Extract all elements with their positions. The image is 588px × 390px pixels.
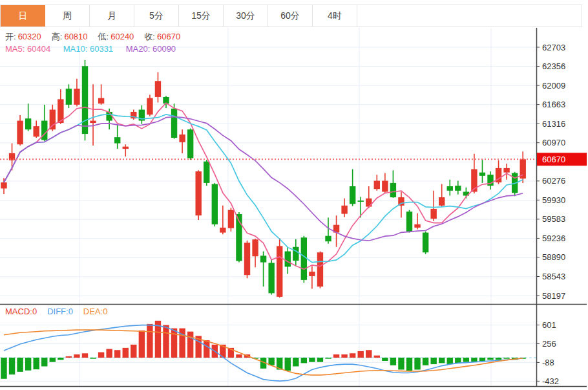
- tab-30分[interactable]: 30分: [224, 5, 268, 27]
- ohlc-legend: 开:60320高:60810低:60240收:60670: [5, 31, 191, 43]
- price-axis-label: 61663: [542, 100, 565, 109]
- candle-body: [301, 237, 307, 280]
- candle-body: [98, 98, 104, 104]
- candle-body: [414, 224, 420, 228]
- candle-body: [309, 272, 315, 276]
- candle-body: [447, 186, 453, 191]
- macd-legend: MACD:0DIFF:0DEA:0: [5, 307, 118, 316]
- macd-axis-label: 601: [542, 320, 556, 330]
- macd-bar: [131, 345, 136, 358]
- candle-body: [244, 243, 250, 275]
- macd-bar: [204, 340, 209, 358]
- macd-label: MACD:: [5, 307, 32, 316]
- candle-body: [341, 206, 347, 214]
- candle-body: [325, 236, 331, 242]
- macd-bar: [74, 354, 79, 358]
- macd-bar: [58, 358, 63, 360]
- ma5-value: 60404: [27, 44, 50, 54]
- ma20-value: 60090: [152, 44, 176, 54]
- candle-body: [66, 89, 72, 105]
- macd-bar: [82, 353, 88, 358]
- candle-body: [277, 246, 282, 296]
- candle-body: [1, 182, 6, 188]
- macd-bar: [439, 358, 445, 363]
- tab-bar: 日周月5分15分30分60分4时: [0, 5, 582, 27]
- candle-body: [155, 81, 161, 97]
- macd-bar: [9, 358, 15, 374]
- open-value: 60320: [18, 32, 41, 41]
- candle-body: [252, 239, 258, 256]
- macd-bar: [463, 358, 469, 362]
- tab-月[interactable]: 月: [90, 5, 134, 27]
- macd-bar: [301, 358, 307, 363]
- macd-bar: [503, 358, 509, 359]
- current-price-label: 60670: [542, 155, 565, 164]
- macd-bar: [25, 358, 31, 371]
- price-axis-label: 62356: [542, 61, 565, 71]
- macd-bar: [479, 358, 485, 361]
- tab-日[interactable]: 日: [1, 5, 45, 27]
- tab-15分[interactable]: 15分: [179, 5, 224, 27]
- macd-bar: [50, 358, 56, 362]
- macd-bar: [423, 358, 428, 365]
- macd-bar: [41, 358, 47, 366]
- macd-bar: [382, 358, 388, 361]
- diff-value: 0: [68, 307, 73, 316]
- candle-body: [285, 252, 291, 267]
- candle-body: [317, 252, 323, 287]
- dea-label: DEA:: [83, 307, 103, 316]
- candle-body: [212, 184, 218, 224]
- candle-body: [390, 183, 396, 197]
- tab-4时[interactable]: 4时: [313, 5, 357, 27]
- macd-bar: [390, 358, 396, 365]
- price-axis-label: 60276: [542, 176, 565, 186]
- macd-bar: [187, 332, 193, 358]
- high-label: 高:: [52, 32, 63, 41]
- macd-bar: [358, 351, 364, 358]
- tab-60分[interactable]: 60分: [268, 5, 313, 27]
- macd-axis-label: -88: [542, 358, 554, 367]
- price-axis-label: 59930: [542, 195, 565, 205]
- candle-body: [74, 89, 79, 105]
- macd-bar: [430, 358, 436, 364]
- candle-body: [114, 137, 120, 143]
- candle-body: [179, 135, 185, 142]
- macd-bar: [447, 358, 453, 364]
- macd-axis-label: 256: [542, 339, 556, 349]
- ma10-label: MA10:: [63, 44, 88, 54]
- tab-5分[interactable]: 5分: [134, 5, 179, 27]
- macd-bar: [341, 354, 347, 358]
- macd-bar: [17, 358, 23, 372]
- macd-bar: [487, 358, 493, 360]
- candle-body: [34, 126, 39, 136]
- macd-bar: [317, 358, 323, 362]
- price-axis-label: 62009: [542, 81, 565, 91]
- price-axis-label: 59583: [542, 214, 565, 224]
- candle-body: [41, 121, 47, 140]
- candle-body: [479, 173, 485, 176]
- candlestick-chart[interactable]: 6270362356620096166361316609706027659930…: [0, 0, 588, 390]
- ma10-value: 60331: [90, 44, 113, 54]
- candle-body: [147, 98, 152, 115]
- macd-bar: [333, 354, 339, 358]
- diff-line: [4, 325, 523, 381]
- tab-周[interactable]: 周: [45, 5, 90, 27]
- close-value: 60670: [157, 32, 180, 41]
- macd-bar: [350, 353, 355, 358]
- ma20-line: [4, 117, 523, 241]
- ma5-label: MA5:: [5, 44, 25, 54]
- candle-body: [423, 233, 428, 253]
- macd-bar: [309, 358, 315, 362]
- candle-body: [17, 121, 23, 145]
- macd-bar: [1, 358, 6, 379]
- candle-body: [25, 118, 31, 129]
- macd-bar: [406, 358, 412, 371]
- candle-body: [406, 211, 412, 232]
- candle-body: [82, 66, 88, 134]
- price-axis-label: 59236: [542, 233, 565, 243]
- low-value: 60240: [110, 32, 134, 41]
- candle-body: [366, 199, 372, 207]
- candle-body: [260, 255, 266, 262]
- macd-bar: [106, 349, 112, 358]
- macd-bar: [285, 358, 291, 371]
